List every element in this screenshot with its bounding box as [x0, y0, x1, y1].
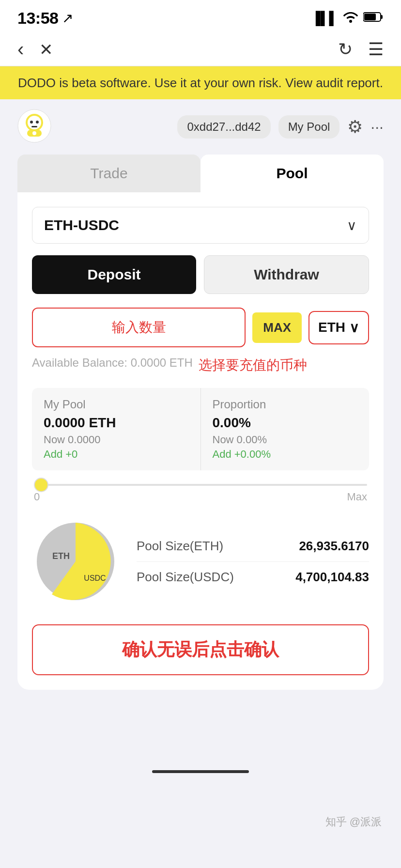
app-header: 0xdd27...dd42 My Pool ⚙ ··· — [0, 99, 401, 155]
main-card: ETH-USDC ∨ Deposit Withdraw 输入数量 MAX ETH… — [17, 192, 384, 690]
svg-point-7 — [36, 121, 39, 124]
bottom-area — [0, 690, 401, 787]
battery-icon — [363, 11, 384, 26]
svg-rect-2 — [364, 14, 376, 20]
pool-sizes: Pool Size(ETH) 26,935.6170 Pool Size(USD… — [137, 531, 369, 592]
chevron-down-icon: ∨ — [347, 217, 357, 233]
select-currency-hint: 选择要充值的币种 — [199, 356, 307, 374]
proportion-add: Add +0.00% — [213, 448, 358, 461]
svg-rect-1 — [381, 15, 383, 19]
eth-pool-size-label: Pool Size(ETH) — [137, 539, 223, 554]
tab-row: Trade Pool — [17, 155, 384, 192]
action-buttons: Deposit Withdraw — [32, 255, 369, 294]
pie-chart: ETH USDC — [32, 518, 119, 605]
my-pool-stat: My Pool 0.0000 ETH Now 0.0000 Add +0 — [32, 388, 201, 470]
attribution: 知乎 @派派 — [325, 815, 382, 829]
available-balance-text: Available Balance: 0.0000 ETH — [32, 356, 193, 370]
confirm-button[interactable]: 确认无误后点击确认 — [32, 624, 369, 675]
proportion-now: Now 0.00% — [213, 434, 358, 446]
input-row: 输入数量 MAX ETH ∨ — [32, 308, 369, 347]
location-icon: ↗ — [62, 10, 73, 26]
menu-button[interactable]: ☰ — [368, 39, 384, 60]
wallet-address[interactable]: 0xdd27...dd42 — [177, 115, 270, 139]
beta-banner[interactable]: DODO is beta software. Use it at your ow… — [0, 66, 401, 99]
pair-name: ETH-USDC — [44, 217, 119, 233]
eth-pool-size-row: Pool Size(ETH) 26,935.6170 — [137, 531, 369, 562]
slider-thumb[interactable] — [34, 478, 48, 492]
usdc-pool-size-value: 4,700,104.83 — [295, 570, 369, 585]
status-icons: ▐▌▌ — [311, 10, 384, 26]
usdc-pool-size-row: Pool Size(USDC) 4,700,104.83 — [137, 562, 369, 592]
my-pool-add: Add +0 — [44, 448, 189, 461]
amount-input-wrapper[interactable]: 输入数量 — [32, 308, 246, 347]
refresh-button[interactable]: ↻ — [338, 39, 353, 60]
eth-pie-label: ETH — [52, 551, 70, 561]
amount-input-placeholder: 输入数量 — [112, 318, 166, 337]
proportion-label: Proportion — [213, 398, 358, 411]
settings-icon[interactable]: ⚙ — [347, 117, 363, 137]
dodo-logo — [17, 109, 51, 145]
proportion-stat: Proportion 0.00% Now 0.00% Add +0.00% — [201, 388, 370, 470]
pair-selector[interactable]: ETH-USDC ∨ — [32, 207, 369, 244]
my-pool-button[interactable]: My Pool — [278, 115, 340, 139]
slider-track — [34, 484, 367, 486]
svg-rect-8 — [31, 126, 37, 127]
deposit-button[interactable]: Deposit — [32, 255, 196, 294]
slider-container[interactable]: 0 Max — [32, 484, 369, 503]
nav-bar: ‹ ✕ ↻ ☰ — [0, 32, 401, 66]
header-right: 0xdd27...dd42 My Pool ⚙ ··· — [177, 115, 384, 139]
usdc-pie-label: USDC — [84, 574, 106, 582]
svg-point-10 — [32, 131, 36, 135]
slider-labels: 0 Max — [34, 491, 367, 503]
wifi-icon — [343, 10, 358, 26]
tab-pool[interactable]: Pool — [200, 155, 384, 192]
nav-left: ‹ ✕ — [17, 38, 53, 60]
token-selector[interactable]: ETH ∨ — [308, 311, 369, 344]
home-indicator — [152, 770, 249, 773]
my-pool-now: Now 0.0000 — [44, 434, 189, 446]
my-pool-value: 0.0000 ETH — [44, 415, 189, 431]
pool-info: ETH USDC Pool Size(ETH) 26,935.6170 Pool… — [32, 518, 369, 605]
eth-pool-size-value: 26,935.6170 — [299, 539, 369, 554]
withdraw-button[interactable]: Withdraw — [204, 255, 369, 294]
back-button[interactable]: ‹ — [17, 38, 24, 60]
svg-point-6 — [30, 121, 33, 124]
available-balance-row: Available Balance: 0.0000 ETH 选择要充值的币种 — [32, 356, 369, 374]
proportion-value: 0.00% — [213, 415, 358, 431]
max-button[interactable]: MAX — [252, 312, 302, 343]
signal-icon: ▐▌▌ — [311, 11, 338, 26]
slider-min-label: 0 — [34, 491, 40, 503]
slider-max-label: Max — [347, 491, 367, 503]
token-label: ETH — [318, 320, 345, 335]
close-button[interactable]: ✕ — [39, 40, 53, 59]
usdc-pool-size-label: Pool Size(USDC) — [137, 570, 234, 585]
my-pool-label: My Pool — [44, 398, 189, 411]
status-time: 13:58 — [17, 9, 58, 28]
more-options-icon[interactable]: ··· — [370, 118, 384, 136]
token-chevron-icon: ∨ — [349, 320, 359, 336]
status-bar: 13:58 ↗ ▐▌▌ — [0, 0, 401, 32]
tab-trade[interactable]: Trade — [17, 155, 200, 192]
nav-right: ↻ ☰ — [338, 39, 384, 60]
pool-stats: My Pool 0.0000 ETH Now 0.0000 Add +0 Pro… — [32, 388, 369, 470]
